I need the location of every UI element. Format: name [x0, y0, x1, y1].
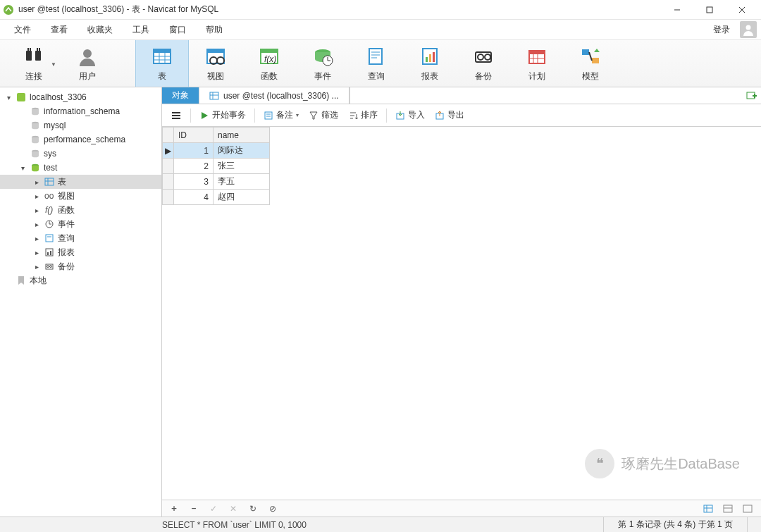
cell-id[interactable]: 4 [174, 190, 214, 205]
tree-child-view[interactable]: ▸oo视图 [0, 189, 161, 203]
grid-view-button[interactable] [703, 504, 716, 514]
toolbar-table-button[interactable]: 表 [135, 40, 189, 87]
tab-current-table[interactable]: user @test (localhost_3306) ... [199, 87, 349, 104]
table-row[interactable]: 2张三 [163, 159, 270, 174]
menu-view[interactable]: 查看 [41, 21, 78, 39]
tab-objects[interactable]: 对象 [162, 87, 199, 104]
cell-name[interactable]: 闵际达 [214, 143, 270, 159]
add-row-button[interactable]: ＋ [168, 502, 180, 514]
toolbar-backup-button[interactable]: 备份 [457, 40, 510, 87]
cell-id[interactable]: 1 [174, 143, 214, 159]
svg-rect-50 [17, 93, 25, 101]
tree-child-backup[interactable]: ▸备份 [0, 259, 161, 273]
tree-child-table[interactable]: ▸表 [0, 175, 161, 189]
menu-help[interactable]: 帮助 [196, 21, 233, 39]
login-link[interactable]: 登录 [706, 21, 737, 39]
tree-child-event[interactable]: ▸事件 [0, 217, 161, 231]
svg-rect-31 [369, 49, 382, 64]
toolbar-event-button[interactable]: 事件 [296, 40, 349, 87]
toolbar-fx-button[interactable]: f(x)函数 [242, 40, 296, 87]
chevron-right-icon[interactable]: ▸ [32, 206, 41, 214]
tree-connection[interactable]: ▾ localhost_3306 [0, 90, 161, 104]
cell-id[interactable]: 3 [174, 174, 214, 190]
sort-label: 排序 [361, 109, 378, 121]
toolbar-user-button[interactable]: 用户 [61, 40, 114, 87]
column-header[interactable]: name [214, 128, 270, 143]
event-icon [44, 218, 55, 230]
play-icon [199, 111, 209, 120]
chevron-right-icon[interactable]: ▸ [32, 178, 41, 186]
cancel-button[interactable]: ✕ [227, 504, 240, 514]
column-header[interactable]: ID [174, 128, 214, 143]
cell-id[interactable]: 2 [174, 159, 214, 174]
svg-rect-38 [433, 52, 435, 62]
tree-local[interactable]: 本地 [0, 273, 161, 287]
tree-db[interactable]: performance_schema [0, 132, 161, 147]
tree-db-open[interactable]: ▾ test [0, 161, 161, 175]
toolbar-report-button[interactable]: 报表 [403, 40, 457, 87]
minimize-button[interactable] [661, 0, 693, 20]
row-indicator [163, 159, 174, 174]
delete-row-button[interactable]: － [187, 502, 200, 514]
cell-name[interactable]: 李五 [214, 174, 270, 190]
new-tab-button[interactable] [741, 87, 761, 104]
import-label: 导入 [408, 109, 425, 121]
table-row[interactable]: ▶1闵际达 [163, 143, 270, 159]
begin-transaction-button[interactable]: 开始事务 [197, 108, 249, 123]
svg-rect-92 [724, 505, 732, 512]
menu-favorites[interactable]: 收藏夹 [78, 21, 123, 39]
sort-button[interactable]: 排序 [345, 108, 380, 123]
menu-window[interactable]: 窗口 [159, 21, 196, 39]
close-button[interactable] [726, 0, 758, 20]
memo-button[interactable]: 备注 ▾ [261, 108, 302, 123]
chevron-right-icon[interactable]: ▸ [32, 221, 41, 228]
sidebar-tree[interactable]: ▾ localhost_3306 information_schemamysql… [0, 87, 162, 516]
user-avatar-icon[interactable] [740, 21, 757, 38]
svg-rect-20 [207, 49, 224, 53]
filter-button[interactable]: 筛选 [306, 108, 341, 123]
toolbar-plug-button[interactable]: 连接▼ [7, 40, 61, 87]
toolbar-model-button[interactable]: 模型 [564, 40, 617, 87]
export-button[interactable]: 导出 [432, 108, 467, 123]
tree-child-label: 函数 [58, 204, 75, 216]
tree-child-query[interactable]: ▸查询 [0, 231, 161, 245]
svg-rect-89 [704, 505, 712, 512]
refresh-button[interactable]: ↻ [247, 504, 259, 514]
view-icon: oo [44, 190, 55, 202]
menubar: 文件 查看 收藏夹 工具 窗口 帮助 登录 [0, 20, 761, 39]
tree-child-fx[interactable]: ▸f()函数 [0, 203, 161, 217]
commit-button[interactable]: ✓ [207, 504, 220, 514]
data-grid[interactable]: IDname▶1闵际达2张三3李五4赵四 ❝ 琢磨先生DataBase [162, 127, 761, 500]
svg-point-70 [47, 266, 49, 268]
table-row[interactable]: 4赵四 [163, 190, 270, 205]
tree-db-label: performance_schema [44, 135, 125, 144]
toolbar-schedule-button[interactable]: 计划 [510, 40, 564, 87]
table-row[interactable]: 3李五 [163, 174, 270, 190]
text-view-button[interactable] [743, 504, 755, 514]
fx-icon: f() [44, 204, 55, 216]
hamburger-menu-button[interactable] [168, 109, 185, 122]
tree-db[interactable]: information_schema [0, 104, 161, 118]
import-button[interactable]: 导入 [392, 108, 428, 123]
svg-rect-56 [45, 178, 54, 185]
svg-point-71 [50, 266, 52, 268]
form-view-button[interactable] [723, 504, 736, 514]
toolbar-view-button[interactable]: 视图 [189, 40, 242, 87]
chevron-down-icon[interactable]: ▾ [18, 164, 27, 172]
maximize-button[interactable] [693, 0, 726, 20]
menu-file[interactable]: 文件 [4, 21, 41, 39]
chevron-right-icon[interactable]: ▸ [32, 249, 41, 256]
menu-tools[interactable]: 工具 [123, 21, 159, 39]
toolbar-query-button[interactable]: 查询 [349, 40, 403, 87]
tree-child-report[interactable]: ▸报表 [0, 245, 161, 259]
cell-name[interactable]: 赵四 [214, 190, 270, 205]
chevron-right-icon[interactable]: ▸ [32, 235, 41, 242]
chevron-down-icon[interactable]: ▾ [4, 94, 13, 101]
chevron-right-icon[interactable]: ▸ [32, 263, 41, 271]
tree-db[interactable]: sys [0, 147, 161, 161]
svg-rect-48 [592, 58, 599, 63]
chevron-right-icon[interactable]: ▸ [32, 192, 41, 200]
cell-name[interactable]: 张三 [214, 159, 270, 174]
tree-db[interactable]: mysql [0, 118, 161, 132]
stop-button[interactable]: ⊘ [266, 504, 279, 514]
